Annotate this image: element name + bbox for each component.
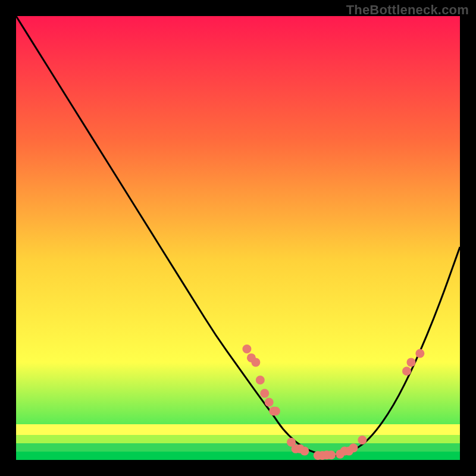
data-point <box>271 406 280 415</box>
data-point <box>242 345 251 353</box>
data-point <box>402 367 411 375</box>
data-point <box>327 450 336 459</box>
chart-frame: TheBottleneck.com <box>0 0 476 476</box>
band-green <box>16 452 460 460</box>
data-point <box>256 375 265 384</box>
data-point <box>406 358 415 367</box>
data-point <box>300 447 309 456</box>
band-mid-green <box>16 443 460 452</box>
data-point <box>415 349 424 358</box>
gradient-background <box>16 16 460 460</box>
plot-area <box>16 16 460 460</box>
band-yellow <box>16 424 460 435</box>
data-point <box>251 358 260 367</box>
watermark-label: TheBottleneck.com <box>346 2 469 18</box>
data-point <box>265 398 274 407</box>
data-point <box>358 436 367 444</box>
data-point <box>260 389 269 398</box>
bottleneck-chart <box>16 16 460 460</box>
data-point <box>349 443 358 452</box>
band-light-green <box>16 435 460 443</box>
